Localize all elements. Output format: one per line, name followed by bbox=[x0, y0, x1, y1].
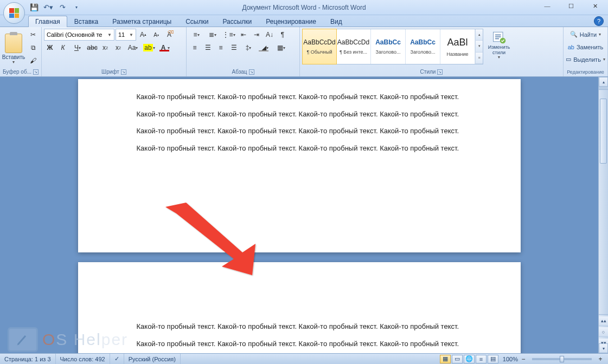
align-left-icon[interactable]: ≡ bbox=[189, 42, 201, 54]
subscript-icon[interactable]: x2 bbox=[99, 42, 111, 54]
status-proofing[interactable]: ✓ bbox=[110, 354, 124, 364]
status-page[interactable]: Страница: 1 из 3 bbox=[0, 354, 56, 364]
copy-icon[interactable]: ⧉ bbox=[27, 42, 39, 54]
office-button[interactable] bbox=[3, 2, 25, 24]
zoom-slider[interactable] bbox=[532, 358, 592, 360]
shading-icon[interactable]: ◢▾ bbox=[257, 42, 272, 54]
sort-icon[interactable]: A↓ bbox=[264, 29, 276, 41]
scroll-thumb[interactable] bbox=[600, 99, 607, 164]
multilevel-icon[interactable]: ⋮≡▾ bbox=[221, 29, 236, 41]
prev-page-icon[interactable]: ▴▴ bbox=[599, 316, 608, 326]
tab-mailings[interactable]: Рассылки bbox=[215, 16, 259, 27]
paragraph[interactable]: Какой-то пробный текст. Какой-то пробный… bbox=[137, 144, 462, 153]
format-painter-icon[interactable]: 🖌 bbox=[27, 55, 39, 67]
clipboard-dialog-launcher[interactable]: ↘ bbox=[33, 69, 39, 75]
paragraph[interactable]: Какой-то пробный текст. Какой-то пробный… bbox=[137, 126, 462, 136]
gallery-up-icon[interactable]: ▴ bbox=[476, 29, 483, 41]
qat-customize-icon[interactable]: ▾ bbox=[71, 2, 82, 14]
font-dialog-launcher[interactable]: ↘ bbox=[121, 69, 126, 75]
style-normal[interactable]: AaBbCcDd¶ Обычный bbox=[302, 29, 337, 64]
zoom-in-icon[interactable]: + bbox=[596, 355, 605, 363]
page-1[interactable]: Какой-то пробный текст. Какой-то пробный… bbox=[78, 79, 521, 252]
minimize-button[interactable]: — bbox=[535, 0, 559, 12]
superscript-icon[interactable]: x2 bbox=[112, 42, 124, 54]
paragraph[interactable]: Какой-то пробный текст. Какой-то пробный… bbox=[137, 92, 462, 102]
shrink-font-icon[interactable]: A▾ bbox=[150, 29, 162, 41]
change-case-icon[interactable]: Aa▾ bbox=[125, 42, 140, 54]
strike-icon[interactable]: abc bbox=[86, 42, 98, 54]
styles-dialog-launcher[interactable]: ↘ bbox=[437, 69, 443, 75]
align-center-icon[interactable]: ☰ bbox=[202, 42, 214, 54]
style-heading2[interactable]: AaBbCcЗаголово... bbox=[406, 29, 440, 64]
style-title[interactable]: AaBlНазвание bbox=[440, 29, 475, 64]
tab-view[interactable]: Вид bbox=[323, 16, 349, 27]
justify-icon[interactable]: ☰ bbox=[228, 42, 240, 54]
paragraph-dialog-launcher[interactable]: ↘ bbox=[249, 69, 254, 75]
document-area: Какой-то пробный текст. Какой-то пробный… bbox=[0, 77, 608, 353]
gallery-more-icon[interactable]: ≡ bbox=[476, 53, 483, 64]
highlight-icon[interactable]: ab▾ bbox=[142, 42, 157, 54]
scroll-up-icon[interactable]: ▴ bbox=[599, 77, 608, 87]
tab-home[interactable]: Главная bbox=[28, 16, 67, 27]
font-color-icon[interactable]: A▾ bbox=[158, 42, 173, 54]
tab-page-layout[interactable]: Разметка страницы bbox=[105, 16, 178, 27]
change-styles-label: Изменить стили bbox=[487, 44, 511, 55]
tab-insert[interactable]: Вставка bbox=[67, 16, 106, 27]
scroll-down-icon[interactable]: ▾ bbox=[599, 343, 608, 353]
clear-formatting-icon[interactable]: A⌫ bbox=[163, 29, 175, 41]
status-language[interactable]: Русский (Россия) bbox=[124, 354, 181, 364]
tab-review[interactable]: Рецензирование bbox=[259, 16, 323, 27]
view-draft-icon[interactable]: ▤ bbox=[488, 355, 498, 363]
browse-object-icon[interactable]: ○ bbox=[599, 327, 608, 337]
line-spacing-icon[interactable]: ‡▾ bbox=[241, 42, 256, 54]
styles-gallery-scroller: ▴ ▾ ≡ bbox=[475, 29, 483, 64]
zoom-value[interactable]: 100% bbox=[503, 356, 518, 362]
document-scroll[interactable]: Какой-то пробный текст. Какой-то пробный… bbox=[0, 77, 598, 353]
bold-icon[interactable]: Ж bbox=[44, 42, 56, 54]
italic-icon[interactable]: К bbox=[57, 42, 69, 54]
zoom-out-icon[interactable]: − bbox=[519, 355, 528, 363]
borders-icon[interactable]: ▦▾ bbox=[273, 42, 289, 54]
gallery-down-icon[interactable]: ▾ bbox=[476, 41, 483, 52]
proofing-icon: ✓ bbox=[114, 355, 119, 362]
cut-icon[interactable]: ✂ bbox=[27, 29, 39, 41]
grow-font-icon[interactable]: A▴ bbox=[137, 29, 149, 41]
zoom-thumb[interactable] bbox=[560, 356, 564, 362]
show-marks-icon[interactable]: ¶ bbox=[277, 29, 289, 41]
undo-icon[interactable]: ↶▾ bbox=[42, 2, 54, 14]
style-heading1[interactable]: AaBbCcЗаголово... bbox=[371, 29, 406, 64]
replace-button[interactable]: abЗаменить bbox=[566, 41, 605, 53]
status-word-count[interactable]: Число слов: 492 bbox=[56, 354, 110, 364]
change-styles-button[interactable]: Изменить стили ▼ bbox=[487, 29, 511, 60]
paragraph[interactable]: Какой-то пробный текст. Какой-то пробный… bbox=[137, 322, 462, 332]
align-right-icon[interactable]: ≡ bbox=[215, 42, 227, 54]
numbering-icon[interactable]: ≣▾ bbox=[205, 29, 220, 41]
indent-decrease-icon[interactable]: ⇤ bbox=[238, 29, 249, 41]
save-icon[interactable]: 💾 bbox=[28, 2, 40, 14]
view-print-layout-icon[interactable]: ▦ bbox=[440, 355, 451, 363]
help-icon[interactable]: ? bbox=[594, 16, 604, 26]
find-button[interactable]: 🔍Найти▾ bbox=[566, 29, 605, 40]
view-outline-icon[interactable]: ≡ bbox=[476, 355, 487, 363]
select-button[interactable]: ▭Выделить▾ bbox=[566, 54, 605, 65]
style-no-spacing[interactable]: AaBbCcDd¶ Без инте... bbox=[336, 29, 371, 64]
tab-references[interactable]: Ссылки bbox=[178, 16, 215, 27]
view-web-layout-icon[interactable]: 🌐 bbox=[464, 355, 475, 363]
close-button[interactable]: ✕ bbox=[583, 0, 607, 12]
font-size-combo[interactable]: 11▼ bbox=[116, 29, 136, 41]
paste-button[interactable]: Вставить ▼ bbox=[2, 29, 25, 68]
ribbon: Вставить ▼ ✂ ⧉ 🖌 Буфер об...↘ Calibri (О… bbox=[0, 27, 608, 77]
split-handle[interactable] bbox=[599, 87, 608, 90]
maximize-button[interactable]: ☐ bbox=[559, 0, 583, 12]
page-2[interactable]: Какой-то пробный текст. Какой-то пробный… bbox=[78, 262, 521, 353]
indent-increase-icon[interactable]: ⇥ bbox=[251, 29, 263, 41]
paragraph[interactable]: Какой-то пробный текст. Какой-то пробный… bbox=[137, 339, 462, 349]
redo-icon[interactable]: ↷ bbox=[56, 2, 68, 14]
paragraph[interactable]: Какой-то пробный текст. Какой-то пробный… bbox=[137, 109, 462, 119]
underline-icon[interactable]: Ч ▾ bbox=[70, 42, 85, 54]
view-full-screen-icon[interactable]: ▭ bbox=[452, 355, 463, 363]
font-name-combo[interactable]: Calibri (Основной те▼ bbox=[44, 29, 114, 41]
bullets-icon[interactable]: ≡▾ bbox=[189, 29, 204, 41]
window-title: Документ Microsoft Word - Microsoft Word bbox=[0, 4, 608, 11]
group-clipboard: Вставить ▼ ✂ ⧉ 🖌 Буфер об...↘ bbox=[0, 27, 42, 76]
